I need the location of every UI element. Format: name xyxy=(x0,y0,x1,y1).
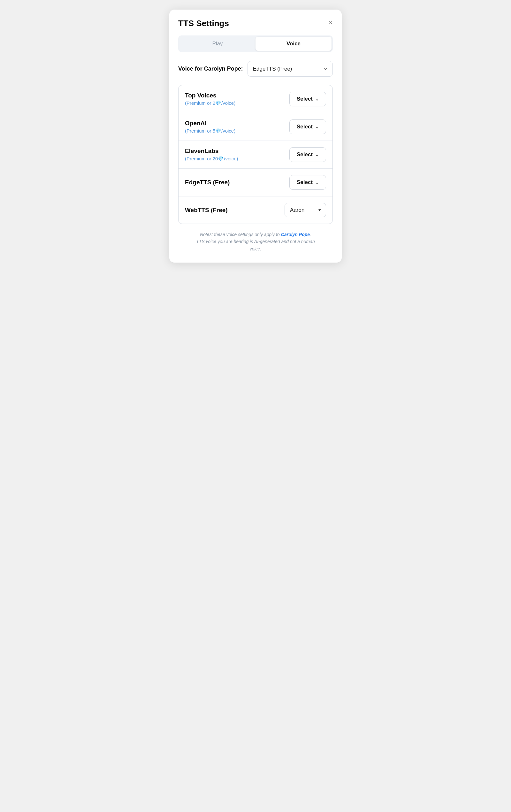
select-label-openai: Select xyxy=(297,124,313,130)
voice-for-label: Voice for Carolyn Pope: xyxy=(178,65,243,72)
chevron-down-icon: ⌄ xyxy=(315,97,319,102)
voice-row-edgetts: EdgeTTS (Free) Select ⌄ xyxy=(179,169,332,197)
voice-name-top-voices: Top Voices xyxy=(185,92,235,99)
notes-highlight: Carolyn Pope xyxy=(281,232,310,237)
voice-info-edgetts: EdgeTTS (Free) xyxy=(185,179,230,186)
voice-row-webtts: WebTTS (Free) Aaron Alice Bob Carol xyxy=(179,197,332,224)
voice-row-openai: OpenAI (Premium or 5💎/voice) Select ⌄ xyxy=(179,113,332,141)
select-button-openai[interactable]: Select ⌄ xyxy=(289,119,326,134)
modal-title: TTS Settings xyxy=(178,19,229,28)
voice-price-openai: (Premium or 5💎/voice) xyxy=(185,128,235,134)
chevron-down-icon: ⌄ xyxy=(315,124,319,129)
notes-section: Notes: these voice settings only apply t… xyxy=(178,231,333,252)
voice-price-top-voices: (Premium or 2💎/voice) xyxy=(185,100,235,106)
voice-for-row: Voice for Carolyn Pope: EdgeTTS (Free) T… xyxy=(178,61,333,77)
modal-header: TTS Settings × xyxy=(178,19,333,28)
voice-list-box: Top Voices (Premium or 2💎/voice) Select … xyxy=(178,85,333,224)
tab-play[interactable]: Play xyxy=(179,37,256,51)
close-button[interactable]: × xyxy=(329,19,333,26)
select-button-top-voices[interactable]: Select ⌄ xyxy=(289,92,326,106)
voice-name-openai: OpenAI xyxy=(185,120,235,127)
voice-row-top-voices: Top Voices (Premium or 2💎/voice) Select … xyxy=(179,85,332,113)
notes-text-before: Notes: these voice settings only apply t… xyxy=(200,232,281,237)
chevron-down-icon: ⌄ xyxy=(315,180,319,185)
voice-name-webtts: WebTTS (Free) xyxy=(185,207,228,214)
voice-name-edgetts: EdgeTTS (Free) xyxy=(185,179,230,186)
select-label-edgetts: Select xyxy=(297,179,313,185)
tab-voice[interactable]: Voice xyxy=(256,37,332,51)
tab-row: Play Voice xyxy=(178,35,333,52)
webtts-voice-select[interactable]: Aaron Alice Bob Carol xyxy=(284,203,326,217)
voice-info-openai: OpenAI (Premium or 5💎/voice) xyxy=(185,120,235,134)
tts-settings-modal: TTS Settings × Play Voice Voice for Caro… xyxy=(169,9,342,263)
select-button-elevenlabs[interactable]: Select ⌄ xyxy=(289,147,326,162)
voice-info-top-voices: Top Voices (Premium or 2💎/voice) xyxy=(185,92,235,106)
chevron-down-icon: ⌄ xyxy=(315,152,319,157)
voice-info-elevenlabs: ElevenLabs (Premium or 20💎/voice) xyxy=(185,148,238,162)
voice-row-elevenlabs: ElevenLabs (Premium or 20💎/voice) Select… xyxy=(179,141,332,169)
select-label-top-voices: Select xyxy=(297,96,313,102)
voice-info-webtts: WebTTS (Free) xyxy=(185,207,228,214)
voice-price-elevenlabs: (Premium or 20💎/voice) xyxy=(185,156,238,162)
voice-for-select[interactable]: EdgeTTS (Free) Top Voices OpenAI ElevenL… xyxy=(247,61,333,77)
select-label-elevenlabs: Select xyxy=(297,151,313,158)
voice-name-elevenlabs: ElevenLabs xyxy=(185,148,238,154)
select-button-edgetts[interactable]: Select ⌄ xyxy=(289,175,326,190)
